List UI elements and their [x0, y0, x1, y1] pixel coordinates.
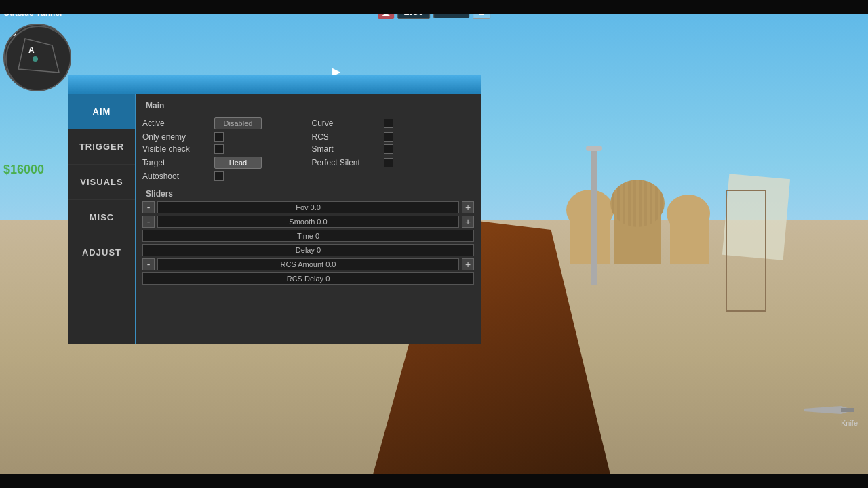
autoshoot-label: Autoshoot: [142, 171, 210, 181]
menu-header: [68, 75, 481, 94]
visible-check-label: Visible check: [142, 144, 210, 154]
target-label: Target: [142, 158, 210, 167]
visible-check-row: Visible check: [142, 144, 305, 154]
smooth-value: Smooth 0.0: [289, 218, 327, 226]
perfect-silent-row: Perfect Silent: [312, 157, 475, 169]
svg-rect-9: [841, 408, 854, 412]
sliders-section-label: Sliders: [142, 189, 474, 199]
active-toggle[interactable]: Disabled: [214, 117, 262, 129]
rcs-amount-slider-track[interactable]: RCS Amount 0.0: [157, 258, 459, 270]
rcs-amount-plus-btn[interactable]: +: [462, 258, 474, 270]
target-row: Target Head: [142, 157, 305, 169]
sidebar-tab-misc[interactable]: MISC: [68, 200, 135, 235]
sidebar-tab-trigger[interactable]: TRIGGER: [68, 129, 135, 165]
only-enemy-checkbox[interactable]: [214, 132, 224, 142]
smart-checkbox[interactable]: [384, 144, 393, 154]
time-track[interactable]: Time 0: [142, 230, 474, 242]
svg-rect-1: [570, 210, 610, 264]
rcs-label: RCS: [312, 132, 380, 142]
autoshoot-checkbox[interactable]: [214, 171, 224, 181]
menu-sidebar: AIM TRIGGER VISUALS MISC ADJUST: [68, 94, 136, 344]
curve-checkbox[interactable]: [384, 119, 393, 128]
only-enemy-label: Only enemy: [142, 132, 210, 142]
svg-rect-5: [670, 214, 709, 264]
active-label: Active: [142, 119, 210, 128]
cheat-menu: AIM TRIGGER VISUALS MISC ADJUST Main Act…: [68, 94, 481, 344]
rcs-amount-minus-btn[interactable]: -: [142, 258, 155, 270]
minimap-b-label: B: [10, 28, 16, 38]
curve-label: Curve: [312, 119, 380, 128]
svg-point-7: [610, 180, 665, 227]
smooth-minus-btn[interactable]: -: [142, 216, 155, 228]
sliders-section: Sliders - Fov 0.0 + - Smooth 0.0 + Time …: [142, 189, 474, 287]
sidebar-tab-aim[interactable]: AIM: [68, 94, 135, 129]
rcs-checkbox[interactable]: [384, 132, 393, 142]
money-display: $16000: [3, 163, 44, 177]
smooth-plus-btn[interactable]: +: [462, 216, 474, 228]
fov-plus-btn[interactable]: +: [462, 201, 474, 214]
perfect-silent-label: Perfect Silent: [312, 158, 380, 167]
rcs-delay-track[interactable]: RCS Delay 0: [142, 272, 474, 285]
delay-track[interactable]: Delay 0: [142, 244, 474, 256]
minimap-a-label: A: [28, 45, 35, 55]
visible-check-checkbox[interactable]: [214, 144, 224, 154]
rcs-amount-value: RCS Amount 0.0: [281, 260, 336, 268]
main-section-label: Main: [142, 101, 474, 110]
menu-content: Main Active Disabled Curve Only enemy RC…: [136, 94, 481, 344]
target-toggle[interactable]: Head: [214, 157, 262, 169]
main-settings-grid: Active Disabled Curve Only enemy RCS Vis…: [142, 117, 474, 181]
fov-minus-btn[interactable]: -: [142, 201, 155, 214]
knife-label: Knife: [804, 419, 858, 427]
time-value: Time 0: [297, 232, 319, 240]
fov-slider-row: - Fov 0.0 +: [142, 201, 474, 214]
fov-slider-track[interactable]: Fov 0.0: [157, 201, 459, 214]
smart-label: Smart: [312, 144, 380, 154]
rcs-amount-slider-row: - RCS Amount 0.0 +: [142, 258, 474, 270]
rcs-row: RCS: [312, 132, 475, 142]
delay-value: Delay 0: [296, 246, 321, 254]
rcs-delay-value: RCS Delay 0: [287, 274, 330, 283]
smart-row: Smart: [312, 144, 475, 154]
perfect-silent-checkbox[interactable]: [384, 158, 393, 167]
sidebar-tab-adjust[interactable]: ADJUST: [68, 235, 135, 270]
smooth-slider-track[interactable]: Smooth 0.0: [157, 216, 459, 228]
only-enemy-row: Only enemy: [142, 132, 305, 142]
smooth-slider-row: - Smooth 0.0 +: [142, 216, 474, 228]
active-row: Active Disabled: [142, 117, 305, 129]
minimap: B A: [3, 24, 71, 92]
curve-row: Curve: [312, 117, 475, 129]
svg-point-11: [33, 56, 38, 62]
fov-value: Fov 0.0: [296, 203, 321, 211]
sidebar-tab-visuals[interactable]: VISUALS: [68, 165, 135, 200]
autoshoot-row: Autoshoot: [142, 171, 305, 181]
